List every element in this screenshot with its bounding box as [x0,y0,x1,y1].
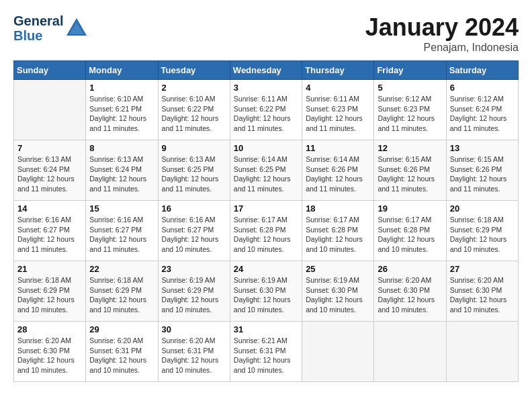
calendar-cell: 26Sunrise: 6:20 AMSunset: 6:30 PMDayligh… [374,261,446,322]
calendar-cell: 19Sunrise: 6:17 AMSunset: 6:28 PMDayligh… [374,201,446,261]
calendar-cell [14,80,86,140]
title-block: January 2024 Penajam, Indonesia [365,13,519,54]
day-header-friday: Friday [374,61,446,80]
calendar-cell: 29Sunrise: 6:20 AMSunset: 6:31 PMDayligh… [86,322,158,382]
day-info: Sunrise: 6:12 AMSunset: 6:24 PMDaylight:… [450,94,515,134]
day-number: 20 [450,203,515,214]
day-number: 4 [306,83,370,93]
calendar-cell: 12Sunrise: 6:15 AMSunset: 6:26 PMDayligh… [374,140,446,201]
calendar-week-5: 28Sunrise: 6:20 AMSunset: 6:30 PMDayligh… [14,322,519,382]
calendar-cell: 15Sunrise: 6:16 AMSunset: 6:27 PMDayligh… [86,201,158,261]
calendar-cell [446,322,518,382]
day-number: 31 [234,324,298,334]
calendar-cell: 7Sunrise: 6:13 AMSunset: 6:24 PMDaylight… [14,140,86,201]
calendar-cell: 25Sunrise: 6:19 AMSunset: 6:30 PMDayligh… [302,261,374,322]
day-number: 6 [450,83,515,93]
day-info: Sunrise: 6:15 AMSunset: 6:26 PMDaylight:… [378,154,442,194]
calendar-table: SundayMondayTuesdayWednesdayThursdayFrid… [13,60,519,382]
day-number: 14 [17,203,82,214]
day-info: Sunrise: 6:18 AMSunset: 6:29 PMDaylight:… [450,215,515,255]
day-info: Sunrise: 6:16 AMSunset: 6:27 PMDaylight:… [17,215,82,255]
day-info: Sunrise: 6:15 AMSunset: 6:26 PMDaylight:… [450,154,515,194]
day-info: Sunrise: 6:19 AMSunset: 6:29 PMDaylight:… [162,275,226,315]
day-info: Sunrise: 6:13 AMSunset: 6:24 PMDaylight:… [17,154,82,194]
calendar-cell: 24Sunrise: 6:19 AMSunset: 6:30 PMDayligh… [230,261,302,322]
day-info: Sunrise: 6:13 AMSunset: 6:25 PMDaylight:… [162,154,226,194]
day-number: 25 [306,264,370,274]
calendar-cell: 5Sunrise: 6:12 AMSunset: 6:23 PMDaylight… [374,80,446,140]
day-info: Sunrise: 6:10 AMSunset: 6:21 PMDaylight:… [89,94,154,134]
calendar-cell: 2Sunrise: 6:10 AMSunset: 6:22 PMDaylight… [158,80,230,140]
day-number: 27 [450,264,515,274]
day-info: Sunrise: 6:16 AMSunset: 6:27 PMDaylight:… [162,215,226,255]
calendar-cell: 30Sunrise: 6:20 AMSunset: 6:31 PMDayligh… [158,322,230,382]
day-header-tuesday: Tuesday [158,61,230,80]
logo: General Blue [13,13,88,43]
day-number: 16 [162,203,226,214]
day-info: Sunrise: 6:11 AMSunset: 6:23 PMDaylight:… [306,94,370,134]
calendar-header-row: SundayMondayTuesdayWednesdayThursdayFrid… [14,61,519,80]
calendar-week-2: 7Sunrise: 6:13 AMSunset: 6:24 PMDaylight… [14,140,519,201]
day-header-thursday: Thursday [302,61,374,80]
calendar-cell: 1Sunrise: 6:10 AMSunset: 6:21 PMDaylight… [86,80,158,140]
day-info: Sunrise: 6:19 AMSunset: 6:30 PMDaylight:… [234,275,298,315]
calendar-cell: 9Sunrise: 6:13 AMSunset: 6:25 PMDaylight… [158,140,230,201]
day-info: Sunrise: 6:10 AMSunset: 6:22 PMDaylight:… [162,94,226,134]
calendar-cell: 8Sunrise: 6:13 AMSunset: 6:24 PMDaylight… [86,140,158,201]
day-number: 17 [234,203,298,214]
calendar-week-3: 14Sunrise: 6:16 AMSunset: 6:27 PMDayligh… [14,201,519,261]
day-number: 7 [17,143,82,153]
day-info: Sunrise: 6:17 AMSunset: 6:28 PMDaylight:… [306,215,370,255]
location: Penajam, Indonesia [365,42,519,54]
day-number: 15 [89,203,154,214]
day-info: Sunrise: 6:14 AMSunset: 6:26 PMDaylight:… [306,154,370,194]
day-number: 22 [89,264,154,274]
day-number: 13 [450,143,515,153]
calendar-cell: 23Sunrise: 6:19 AMSunset: 6:29 PMDayligh… [158,261,230,322]
calendar-cell: 6Sunrise: 6:12 AMSunset: 6:24 PMDaylight… [446,80,518,140]
day-info: Sunrise: 6:18 AMSunset: 6:29 PMDaylight:… [89,275,154,315]
day-number: 8 [89,143,154,153]
day-header-monday: Monday [86,61,158,80]
calendar-week-1: 1Sunrise: 6:10 AMSunset: 6:21 PMDaylight… [14,80,519,140]
day-number: 18 [306,203,370,214]
calendar-cell: 27Sunrise: 6:20 AMSunset: 6:30 PMDayligh… [446,261,518,322]
day-info: Sunrise: 6:21 AMSunset: 6:31 PMDaylight:… [234,336,298,375]
day-number: 2 [162,83,226,93]
calendar-cell [374,322,446,382]
logo-general: General [13,13,63,28]
calendar-cell: 28Sunrise: 6:20 AMSunset: 6:30 PMDayligh… [14,322,86,382]
day-number: 29 [89,324,154,334]
day-header-sunday: Sunday [14,61,86,80]
day-number: 10 [234,143,298,153]
day-number: 3 [234,83,298,93]
calendar-cell: 21Sunrise: 6:18 AMSunset: 6:29 PMDayligh… [14,261,86,322]
calendar-cell: 16Sunrise: 6:16 AMSunset: 6:27 PMDayligh… [158,201,230,261]
day-number: 19 [378,203,442,214]
day-info: Sunrise: 6:12 AMSunset: 6:23 PMDaylight:… [378,94,442,134]
day-info: Sunrise: 6:18 AMSunset: 6:29 PMDaylight:… [17,275,82,315]
day-number: 23 [162,264,226,274]
page-header: General Blue January 2024 Penajam, Indon… [13,13,519,54]
day-info: Sunrise: 6:20 AMSunset: 6:31 PMDaylight:… [89,336,154,375]
day-number: 11 [306,143,370,153]
day-number: 30 [162,324,226,334]
calendar-week-4: 21Sunrise: 6:18 AMSunset: 6:29 PMDayligh… [14,261,519,322]
calendar-cell: 14Sunrise: 6:16 AMSunset: 6:27 PMDayligh… [14,201,86,261]
calendar-cell: 20Sunrise: 6:18 AMSunset: 6:29 PMDayligh… [446,201,518,261]
day-info: Sunrise: 6:19 AMSunset: 6:30 PMDaylight:… [306,275,370,315]
calendar-cell: 17Sunrise: 6:17 AMSunset: 6:28 PMDayligh… [230,201,302,261]
month-title: January 2024 [365,13,519,42]
logo-blue: Blue [13,28,63,43]
day-info: Sunrise: 6:17 AMSunset: 6:28 PMDaylight:… [378,215,442,255]
day-number: 9 [162,143,226,153]
day-number: 12 [378,143,442,153]
day-info: Sunrise: 6:20 AMSunset: 6:30 PMDaylight:… [17,336,82,375]
calendar-cell: 11Sunrise: 6:14 AMSunset: 6:26 PMDayligh… [302,140,374,201]
day-number: 24 [234,264,298,274]
day-info: Sunrise: 6:20 AMSunset: 6:30 PMDaylight:… [450,275,515,315]
logo-icon [65,17,88,40]
day-number: 21 [17,264,82,274]
day-info: Sunrise: 6:17 AMSunset: 6:28 PMDaylight:… [234,215,298,255]
day-info: Sunrise: 6:13 AMSunset: 6:24 PMDaylight:… [89,154,154,194]
